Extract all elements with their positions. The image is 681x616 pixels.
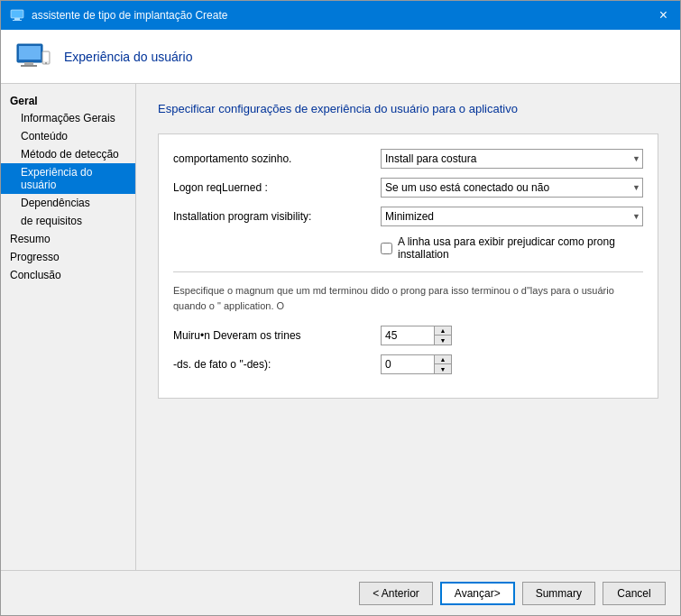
- spinner1-row: Muiru•n Deveram os trines ▲ ▼: [173, 326, 643, 345]
- logon-row: Logon reqLuerned : Se um uso está conect…: [173, 178, 643, 198]
- form-section: comportamento sozinho. Install para cost…: [158, 133, 658, 399]
- spinner2-input[interactable]: [381, 354, 435, 374]
- logon-select[interactable]: Se um uso está conectado ou não Somente …: [381, 178, 643, 198]
- svg-rect-1: [14, 18, 20, 20]
- back-button[interactable]: < Anterior: [359, 582, 433, 605]
- sidebar-item-informacoes-gerais[interactable]: Informações Gerais: [1, 109, 135, 127]
- behavior-select-wrapper: Install para costura Normal Minimized Hi…: [381, 149, 643, 169]
- behavior-label: comportamento sozinho.: [173, 152, 372, 165]
- bottom-bar: < Anterior Avançar> Summary Cancel: [1, 570, 680, 615]
- spinner2-wrapper: ▲ ▼: [381, 354, 452, 374]
- spinner1-buttons: ▲ ▼: [435, 326, 452, 345]
- divider: [173, 271, 643, 272]
- window-icon: [10, 8, 24, 23]
- logon-select-wrapper: Se um uso está conectado ou não Somente …: [381, 178, 643, 198]
- spinner1-wrapper: ▲ ▼: [381, 326, 452, 345]
- content-area: Geral Informações Gerais Conteúdo Método…: [1, 84, 680, 570]
- svg-rect-5: [24, 62, 33, 65]
- spinner1-down-button[interactable]: ▼: [435, 336, 451, 345]
- sidebar-item-resumo[interactable]: Resumo: [1, 230, 135, 248]
- sidebar-item-conclusao[interactable]: Conclusão: [1, 266, 135, 284]
- logon-label: Logon reqLuerned :: [173, 181, 372, 194]
- sidebar-group-geral: Geral: [1, 93, 135, 109]
- next-button[interactable]: Avançar>: [440, 582, 515, 605]
- sidebar-item-progresso[interactable]: Progresso: [1, 248, 135, 266]
- sidebar-item-de-requisitos[interactable]: de requisitos: [1, 212, 135, 230]
- spinner2-down-button[interactable]: ▼: [435, 364, 451, 373]
- description-text: Especifique o magnum que um md terminou …: [173, 283, 643, 313]
- behavior-row: comportamento sozinho. Install para cost…: [173, 149, 643, 169]
- sidebar-item-conteudo[interactable]: Conteúdo: [1, 127, 135, 145]
- visibility-row: Installation program visibility: Minimiz…: [173, 207, 643, 226]
- spinner1-input[interactable]: [381, 326, 435, 345]
- svg-rect-4: [19, 46, 41, 60]
- visibility-label: Installation program visibility:: [173, 210, 372, 223]
- svg-rect-0: [11, 10, 23, 18]
- svg-rect-2: [13, 20, 22, 21]
- header-section: Experiência do usuário: [1, 30, 680, 84]
- sidebar: Geral Informações Gerais Conteúdo Método…: [1, 84, 136, 570]
- title-bar: assistente de tipo de implantação Create…: [1, 1, 680, 30]
- svg-rect-6: [21, 65, 37, 67]
- sidebar-item-dependencias[interactable]: Dependências: [1, 194, 135, 212]
- spinner2-up-button[interactable]: ▲: [435, 355, 451, 364]
- sidebar-item-experiencia-usuario[interactable]: Experiência do usuário: [1, 163, 135, 194]
- checkbox-row: A linha usa para exibir prejudicar como …: [173, 235, 643, 261]
- window-title: assistente de tipo de implantação Create: [32, 9, 227, 22]
- main-panel: Especificar configurações de experiência…: [136, 84, 680, 570]
- spinner1-up-button[interactable]: ▲: [435, 326, 451, 336]
- sidebar-item-metodo-deteccao[interactable]: Método de detecção: [1, 145, 135, 163]
- svg-point-9: [45, 62, 47, 64]
- title-bar-left: assistente de tipo de implantação Create: [10, 8, 227, 23]
- spinner1-label: Muiru•n Deveram os trines: [173, 329, 372, 342]
- summary-button[interactable]: Summary: [522, 582, 595, 605]
- prong-checkbox[interactable]: [381, 243, 392, 254]
- spinner2-buttons: ▲ ▼: [435, 354, 452, 374]
- close-button[interactable]: ×: [656, 8, 671, 23]
- checkbox-label: A linha usa para exibir prejudicar como …: [398, 235, 643, 261]
- behavior-select[interactable]: Install para costura Normal Minimized Hi…: [381, 149, 643, 169]
- cancel-button[interactable]: Cancel: [603, 582, 666, 605]
- spinner2-row: -ds. de fato o "-des): ▲ ▼: [173, 354, 643, 374]
- main-title: Especificar configurações de experiência…: [158, 102, 658, 115]
- spinner2-label: -ds. de fato o "-des):: [173, 358, 372, 371]
- visibility-select-wrapper: Minimized Normal Hidden Maximized ▼: [381, 207, 643, 226]
- header-icon: [15, 39, 51, 75]
- svg-rect-8: [43, 52, 49, 61]
- visibility-select[interactable]: Minimized Normal Hidden Maximized: [381, 207, 643, 226]
- header-title: Experiência do usuário: [64, 50, 192, 64]
- main-window: assistente de tipo de implantação Create…: [0, 0, 681, 616]
